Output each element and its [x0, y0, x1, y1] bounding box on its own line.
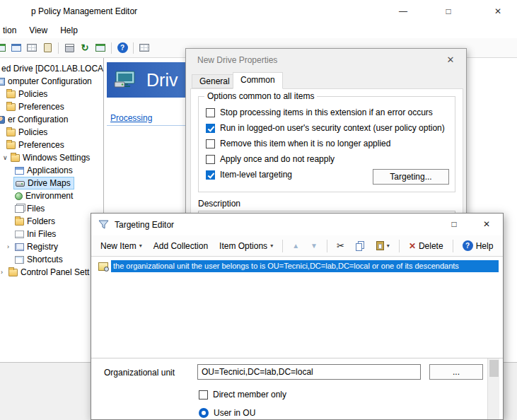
maximize-icon: □: [446, 6, 451, 16]
maximize-icon: □: [451, 219, 456, 229]
vertical-scrollbar[interactable]: [487, 358, 499, 419]
tree-item-applications[interactable]: Applications: [0, 164, 103, 177]
expander-closed-icon[interactable]: ›: [7, 243, 15, 250]
options-groupbox: Options common to all items Stop process…: [198, 96, 455, 192]
dialog-title: Targeting Editor: [115, 220, 174, 230]
item-options-button[interactable]: Item Options ▾: [214, 239, 278, 253]
tree-item-policies[interactable]: Policies: [0, 88, 103, 100]
tree-item-gpo-root[interactable]: ed Drive [DC01.LAB.LOCA: [0, 62, 103, 75]
tab-general[interactable]: General: [192, 74, 238, 88]
organizational-unit-input[interactable]: [197, 364, 421, 380]
table-icon: [139, 44, 149, 52]
scrollbar-thumb[interactable]: [489, 360, 499, 377]
toolbar-icon-print[interactable]: [62, 41, 76, 55]
tab-common[interactable]: Common: [233, 72, 283, 89]
dialog-title: New Drive Properties: [197, 49, 277, 71]
paste-icon: [376, 241, 384, 250]
tree-item-environment[interactable]: Environment: [0, 189, 103, 202]
close-button[interactable]: ✕: [435, 49, 466, 70]
button-label: Add Collection: [153, 241, 208, 251]
tree-item-preferences[interactable]: Preferences: [0, 100, 103, 113]
help-icon: ?: [117, 42, 128, 53]
maximize-button[interactable]: □: [438, 214, 470, 235]
targeting-button[interactable]: Targeting...: [373, 169, 449, 185]
tree-item-windows-settings[interactable]: ∨ Windows Settings: [0, 151, 103, 164]
new-drive-properties-dialog: New Drive Properties ✕ General Common Op…: [185, 48, 467, 218]
toolbar-icon-help[interactable]: ?: [115, 41, 129, 55]
tree-item-ini-files[interactable]: Ini Files: [0, 228, 103, 240]
chevron-down-icon: ▾: [387, 243, 390, 249]
folder-icon: [6, 129, 16, 136]
checkbox-unchecked-icon[interactable]: [199, 390, 208, 399]
menu-help[interactable]: Help: [54, 23, 84, 38]
checkbox-checked-icon[interactable]: [206, 124, 215, 133]
expander-open-icon[interactable]: ∨: [3, 154, 11, 161]
direct-member-only-checkbox[interactable]: Direct member only: [199, 390, 286, 399]
tree-item-label: er Configuration: [8, 115, 68, 124]
checkbox-remove-item[interactable]: Remove this item when it is no longer ap…: [206, 139, 449, 148]
tree-item-files[interactable]: Files: [0, 202, 103, 215]
organizational-unit-label: Organizational unit: [104, 368, 175, 378]
cut-button[interactable]: ✂: [332, 238, 349, 253]
new-item-button[interactable]: New Item ▾: [95, 239, 147, 253]
toolbar-icon-refresh[interactable]: ↻: [78, 41, 92, 55]
targeting-item[interactable]: the organizational unit the user belongs…: [98, 260, 499, 272]
toolbar-icon-console-tree[interactable]: [25, 41, 39, 55]
maximize-button[interactable]: □: [431, 0, 466, 23]
close-button[interactable]: ✕: [470, 214, 503, 235]
screen: p Policy Management Editor — □ ✕ tion Vi…: [0, 0, 517, 420]
tree-item-computer-configuration[interactable]: omputer Configuration: [0, 75, 103, 88]
delete-button[interactable]: ✕ Delete: [404, 239, 448, 253]
tree-item-label: Registry: [27, 242, 58, 252]
drive-maps-icon: [114, 71, 138, 90]
checkbox-unchecked-icon[interactable]: [206, 155, 215, 164]
checkbox-run-user-context[interactable]: Run in logged-on user's security context…: [206, 123, 449, 133]
paste-button[interactable]: ▾: [371, 239, 395, 252]
close-button[interactable]: ✕: [480, 0, 516, 23]
chevron-down-icon: ▾: [139, 243, 142, 249]
checkbox-apply-once[interactable]: Apply once and do not reapply: [206, 154, 449, 164]
add-collection-button[interactable]: Add Collection: [149, 239, 213, 253]
radio-checked-icon[interactable]: [199, 408, 209, 418]
checkbox-unchecked-icon[interactable]: [206, 108, 215, 117]
move-up-button[interactable]: ▲: [287, 240, 304, 252]
window-title: p Policy Management Editor: [31, 0, 137, 23]
close-icon: ✕: [447, 54, 455, 65]
tree-item-label: Shortcuts: [27, 255, 63, 264]
checkbox-label: Item-level targeting: [220, 170, 292, 180]
tree-item-drive-maps[interactable]: Drive Maps: [0, 177, 103, 189]
minimize-button[interactable]: —: [385, 0, 421, 23]
move-down-button[interactable]: ▼: [306, 240, 323, 252]
tree-item-shortcuts[interactable]: Shortcuts: [0, 253, 103, 266]
processing-link[interactable]: Processing: [110, 113, 152, 123]
expander-closed-icon[interactable]: ›: [1, 269, 8, 276]
button-label: Help: [476, 241, 494, 251]
menu-view[interactable]: View: [23, 23, 54, 38]
tree-item-folders[interactable]: Folders: [0, 215, 103, 228]
checkbox-stop-processing[interactable]: Stop processing items in this extension …: [206, 107, 449, 117]
tree-item-label: Environment: [25, 191, 73, 201]
tree-item-user-configuration[interactable]: er Configuration: [0, 113, 103, 126]
toolbar-icon-clipboard[interactable]: [40, 41, 54, 55]
tree-item-preferences-user[interactable]: Preferences: [0, 139, 103, 151]
copy-icon: [356, 243, 362, 251]
menu-action[interactable]: tion: [0, 23, 23, 38]
help-button[interactable]: ? Help: [458, 238, 499, 253]
common-tab-page: Options common to all items Stop process…: [190, 88, 463, 218]
toolbar-icon-forward[interactable]: [9, 41, 23, 55]
browse-button[interactable]: ...: [429, 364, 483, 380]
toolbar-icon-back[interactable]: [0, 41, 8, 55]
computer-icon: [0, 78, 5, 86]
toolbar-icon-list-view[interactable]: [137, 41, 151, 55]
button-label: Item Options: [219, 241, 267, 251]
tree-item-registry[interactable]: › Registry: [0, 240, 103, 253]
checkbox-checked-icon[interactable]: [206, 170, 215, 180]
description-label: Description: [198, 199, 240, 209]
copy-button[interactable]: [351, 239, 370, 253]
tree-item-control-panel-settings[interactable]: › Control Panel Sett: [0, 266, 103, 279]
user-in-ou-radio[interactable]: User in OU: [199, 408, 255, 418]
tree-item-policies-user[interactable]: Policies: [0, 126, 103, 139]
checkbox-unchecked-icon[interactable]: [206, 139, 215, 148]
targeting-editor-dialog: Targeting Editor □ ✕ New Item ▾ Add Coll…: [91, 213, 504, 420]
toolbar-icon-export[interactable]: [93, 41, 108, 55]
